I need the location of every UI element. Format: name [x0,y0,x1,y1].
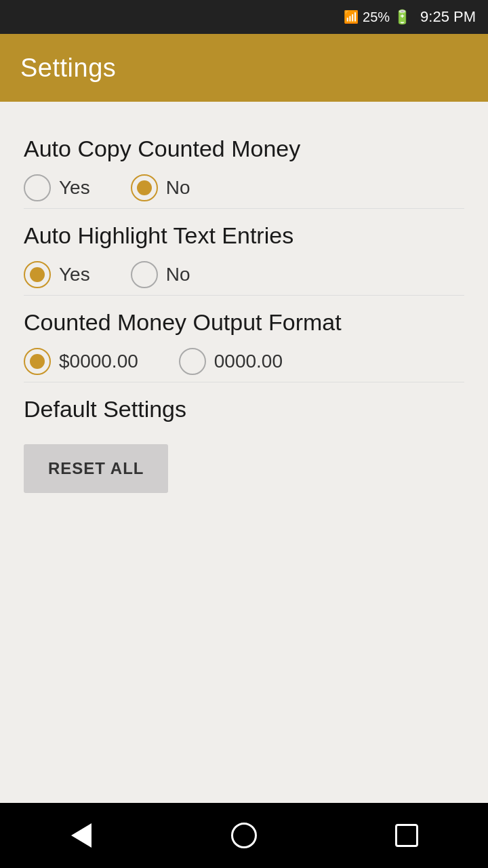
radio-format-plain[interactable]: 0000.00 [179,348,283,375]
section-auto-highlight-title: Auto Highlight Text Entries [24,222,464,249]
radio-label-auto-highlight-yes: Yes [59,264,90,285]
section-default-settings: Default Settings RESET ALL [24,396,464,493]
radio-group-auto-copy: Yes No [24,174,464,201]
radio-label-format-dollar: $0000.00 [59,351,138,372]
radio-circle-format-dollar [24,348,51,375]
section-output-format-title: Counted Money Output Format [24,309,464,336]
radio-auto-highlight-no[interactable]: No [131,261,190,288]
page-title: Settings [20,54,116,83]
nav-recents-button[interactable] [386,815,427,856]
radio-circle-format-plain [179,348,206,375]
radio-label-auto-highlight-no: No [166,264,190,285]
status-icons: 📶 25% 🔋 [344,9,411,25]
radio-circle-auto-copy-yes [24,174,51,201]
reset-all-button[interactable]: RESET ALL [24,444,168,493]
back-icon [71,823,92,848]
radio-format-dollar[interactable]: $0000.00 [24,348,138,375]
radio-label-auto-copy-no: No [166,177,190,199]
battery-percentage: 25% [363,9,390,25]
radio-circle-auto-highlight-yes [24,261,51,288]
battery-icon: 🔋 [394,9,411,25]
radio-auto-highlight-yes[interactable]: Yes [24,261,90,288]
status-bar: 📶 25% 🔋 9:25 PM [0,0,488,34]
nav-bar [0,803,488,868]
home-icon [231,823,257,848]
radio-label-auto-copy-yes: Yes [59,177,90,199]
radio-label-format-plain: 0000.00 [214,351,283,372]
divider-3 [24,382,464,382]
section-auto-copy: Auto Copy Counted Money Yes No [24,136,464,201]
divider-2 [24,295,464,296]
nav-home-button[interactable] [224,815,264,856]
radio-circle-auto-highlight-no [131,261,158,288]
divider-1 [24,208,464,209]
section-auto-highlight: Auto Highlight Text Entries Yes No [24,222,464,288]
status-time: 9:25 PM [420,8,476,26]
settings-content: Auto Copy Counted Money Yes No Auto High… [0,102,488,513]
section-output-format: Counted Money Output Format $0000.00 000… [24,309,464,375]
nav-back-button[interactable] [61,815,102,856]
radio-auto-copy-no[interactable]: No [131,174,190,201]
section-default-settings-title: Default Settings [24,396,464,422]
section-auto-copy-title: Auto Copy Counted Money [24,136,464,162]
radio-auto-copy-yes[interactable]: Yes [24,174,90,201]
radio-group-output-format: $0000.00 0000.00 [24,348,464,375]
recents-icon [395,824,418,847]
radio-group-auto-highlight: Yes No [24,261,464,288]
radio-circle-auto-copy-no [131,174,158,201]
signal-icon: 📶 [344,9,359,24]
app-bar: Settings [0,34,488,102]
